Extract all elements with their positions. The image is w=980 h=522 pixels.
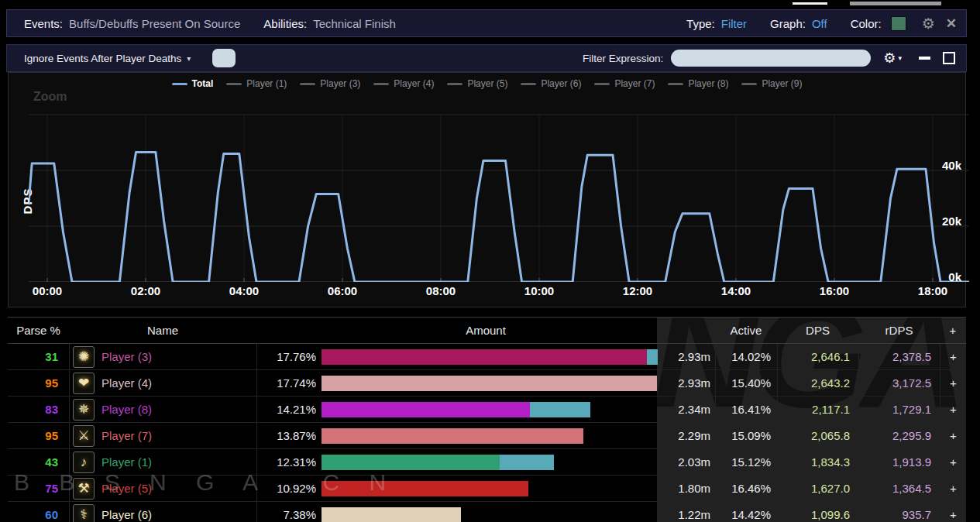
- legend-item[interactable]: Total: [172, 78, 214, 89]
- legend-item[interactable]: Player (3): [300, 78, 360, 89]
- x-tick-label: 02:00: [131, 284, 160, 297]
- rdps-cell: 2,378.5: [858, 344, 940, 369]
- legend-label: Player (5): [467, 78, 507, 89]
- table-header-row: Parse %NameAmountActiveDPSrDPS+: [8, 318, 966, 344]
- active-cell: 15.09%: [715, 423, 777, 448]
- zoom-label[interactable]: Zoom: [33, 90, 67, 104]
- column-header-[interactable]: +: [940, 318, 966, 343]
- expand-row-button[interactable]: +: [940, 370, 966, 396]
- legend-label: Player (3): [320, 78, 360, 89]
- graph-value-link[interactable]: Off: [812, 17, 827, 30]
- filter-expression-label: Filter Expression:: [583, 53, 663, 64]
- column-header-dps[interactable]: DPS: [777, 318, 858, 343]
- filter-expression-input[interactable]: [671, 50, 871, 67]
- x-tick-label: 14:00: [721, 284, 751, 297]
- active-cell: 14.42%: [715, 502, 777, 522]
- player-name-cell[interactable]: ❤ Player (4): [69, 370, 256, 396]
- player-name[interactable]: Player (3): [101, 350, 152, 363]
- amount-bar-main: [322, 455, 500, 470]
- y-tick-label: 0k: [948, 270, 961, 283]
- expand-row-button[interactable]: +: [940, 449, 966, 475]
- table-row[interactable]: 95 ⚔ Player (7) 13.87% 2.29m 15.09% 2,06…: [8, 423, 966, 449]
- legend-line-swatch: [741, 83, 757, 85]
- expand-row-button[interactable]: +: [940, 397, 966, 422]
- amount-total: 2.93m: [659, 350, 710, 363]
- dps-line-chart[interactable]: [29, 109, 969, 282]
- red-mage-job-icon: ⚔: [73, 425, 95, 447]
- player-name-cell[interactable]: ✺ Player (3): [69, 344, 256, 369]
- table-row[interactable]: 31 ✺ Player (3) 17.76% 2.93m 14.02% 2,64…: [8, 344, 966, 370]
- legend-item[interactable]: Player (9): [741, 78, 802, 89]
- dps-cell: 2,117.1: [777, 397, 858, 422]
- legend-item[interactable]: Player (7): [594, 78, 655, 89]
- expand-row-button[interactable]: +: [940, 344, 966, 369]
- amount-total: 1.22m: [659, 508, 710, 521]
- active-cell: 14.02%: [715, 344, 777, 369]
- table-row[interactable]: 95 ❤ Player (4) 17.74% 2.93m 15.40% 2,64…: [8, 370, 966, 397]
- column-header-parse[interactable]: Parse %: [8, 318, 69, 343]
- amount-total: 2.93m: [659, 376, 710, 390]
- parse-percent-cell: 95: [8, 423, 69, 448]
- amount-percent: 13.87%: [262, 429, 316, 442]
- player-name-cell[interactable]: ⚕ Player (6): [69, 502, 256, 522]
- legend-label: Player (4): [394, 78, 434, 89]
- legend-label: Player (8): [688, 78, 728, 89]
- legend-item[interactable]: Player (5): [447, 78, 507, 89]
- total-dps-line: [29, 153, 969, 282]
- x-tick-label: 12:00: [623, 284, 652, 297]
- parse-percent-cell: 60: [8, 502, 69, 522]
- expand-row-button[interactable]: +: [940, 502, 966, 522]
- amount-total: 1.80m: [659, 482, 710, 495]
- legend-label: Player (9): [762, 78, 802, 89]
- toolbar-gear-icon[interactable]: ⚙: [883, 50, 896, 67]
- table-row[interactable]: 60 ⚕ Player (6) 7.38% 1.22m 14.42% 1,099…: [8, 502, 966, 522]
- parse-percent-cell: 83: [8, 397, 69, 422]
- expand-row-button[interactable]: +: [940, 476, 966, 501]
- dps-cell: 1,627.0: [777, 476, 858, 501]
- x-tick-label: 06:00: [328, 284, 357, 297]
- player-name[interactable]: Player (4): [101, 376, 152, 390]
- y-tick-label: 40k: [942, 159, 961, 172]
- minimize-icon[interactable]: [919, 57, 930, 60]
- ignore-deaths-dropdown[interactable]: Ignore Events After Player Deaths ▾: [24, 53, 191, 64]
- player-name[interactable]: Player (7): [101, 429, 152, 442]
- type-value-link[interactable]: Filter: [721, 17, 747, 30]
- header-bar: Events: Buffs/Debuffs Present On Source …: [6, 9, 967, 37]
- legend-item[interactable]: Player (6): [521, 78, 581, 89]
- active-cell: 15.12%: [715, 449, 777, 475]
- legend-line-swatch: [226, 83, 242, 85]
- column-header-name[interactable]: Name: [69, 318, 256, 343]
- legend-item[interactable]: Player (4): [373, 78, 434, 89]
- close-icon[interactable]: ✕: [946, 15, 957, 32]
- column-header-rdps[interactable]: rDPS: [858, 318, 940, 343]
- player-name[interactable]: Player (8): [101, 403, 152, 416]
- amount-percent: 14.21%: [262, 403, 316, 416]
- amount-cell: 17.74% 2.93m: [256, 370, 715, 396]
- color-swatch[interactable]: [891, 16, 906, 31]
- amount-bar: [322, 376, 659, 391]
- dps-chart-panel: TotalPlayer (1)Player (3)Player (4)Playe…: [8, 72, 966, 307]
- expand-row-button[interactable]: +: [940, 423, 966, 448]
- legend-item[interactable]: Player (1): [226, 78, 287, 89]
- x-tick-label: 10:00: [524, 284, 554, 297]
- parse-percent-cell: 31: [8, 344, 69, 369]
- amount-total: 2.03m: [659, 455, 710, 469]
- column-header-active[interactable]: Active: [715, 318, 777, 343]
- amount-cell: 7.38% 1.22m: [256, 502, 715, 522]
- player-name[interactable]: Player (6): [101, 508, 152, 521]
- settings-gear-icon[interactable]: ⚙: [922, 15, 935, 33]
- table-row[interactable]: 83 ✵ Player (8) 14.21% 2.34m 16.41% 2,11…: [8, 397, 966, 423]
- top-tab-underline-gray: [850, 2, 941, 5]
- column-header-amount[interactable]: Amount: [256, 318, 715, 343]
- player-name-cell[interactable]: ⚔ Player (7): [69, 423, 256, 448]
- player-name[interactable]: Player (1): [101, 455, 152, 469]
- events-label: Events:: [24, 17, 63, 30]
- player-name-cell[interactable]: ✵ Player (8): [69, 397, 256, 422]
- legend-item[interactable]: Player (8): [668, 78, 728, 89]
- dps-cell: 2,065.8: [777, 423, 858, 448]
- amount-percent: 12.31%: [262, 455, 316, 469]
- rdps-cell: 935.7: [858, 502, 940, 522]
- maximize-icon[interactable]: [943, 52, 955, 64]
- color-picker-button[interactable]: [212, 49, 236, 67]
- amount-cell: 13.87% 2.29m: [256, 423, 715, 448]
